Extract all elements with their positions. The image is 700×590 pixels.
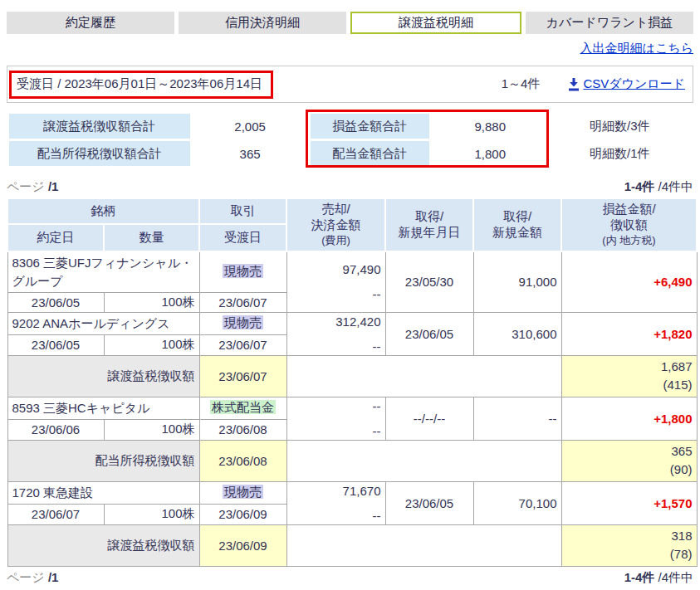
quantity: 100株 [104,292,199,312]
table-row-stock: 8306 三菱UFJフィナンシャル・グループ 現物売 97,490-- 23/0… [7,251,697,292]
csv-download-label: CSVダウンロード [583,76,685,92]
pl-amount: +1,800 [561,397,697,440]
tax-label: 譲渡益税徴収額 [7,524,199,566]
summary-amount-label: 配当金額合計 [311,141,429,166]
quantity: 100株 [104,334,199,355]
empty-cell [286,440,561,481]
tab-margin-settlement[interactable]: 信用決済明細 [179,12,346,34]
trade-type: 株式配当金 [199,397,286,419]
settle-date: 23/06/08 [199,419,286,440]
exec-date: 23/06/05 [7,292,104,312]
settle-date: 23/06/09 [199,504,286,524]
settle-date: 23/06/07 [199,334,286,355]
header-row-1: 銘柄 取引 売却/ 決済金額 (費用) 取得/ 新規年月日 取得/ 新規金額 損… [7,198,697,224]
acquisition-amount: 70,100 [473,481,561,524]
filter-bar: 受渡日 / 2023年06月01日～2023年06月14日 1～4件 CSVダウ… [7,66,693,103]
col-header-stock: 銘柄 [7,198,199,224]
stock-name: 9202 ANAホールディングス [7,312,199,334]
summary-tax-label: 配当所得税徴収額合計 [9,141,190,166]
tax-settle-date: 23/06/08 [199,440,286,481]
acquisition-date: 23/06/05 [385,481,473,524]
table-row-tax: 配当所得税徴収額 23/06/08 365(90) [7,440,697,481]
stock-name: 1720 東急建設 [7,481,199,504]
quantity: 100株 [104,504,199,524]
acquisition-date: --/--/-- [385,397,473,440]
details-table: 銘柄 取引 売却/ 決済金額 (費用) 取得/ 新規年月日 取得/ 新規金額 損… [7,197,698,567]
acquisition-date: 23/06/05 [385,312,473,355]
summary-table: 譲渡益税徴収額合計 2,005 損益金額合計 9,880 明細数/3件 配当所得… [7,111,691,168]
sell-amount-cell: 71,670-- [286,481,385,524]
page-indicator: ページ /1 [7,179,58,195]
tax-label: 譲渡益税徴収額 [7,355,199,397]
acquisition-amount: 91,000 [473,251,561,312]
exec-date: 23/06/06 [7,419,104,440]
tab-bar: 約定履歴 信用決済明細 譲渡益税明細 カバードワラント損益 [7,12,693,34]
col-header-sell-amount: 売却/ 決済金額 (費用) [286,198,385,251]
table-row-tax: 譲渡益税徴収額 23/06/07 1,687(415) [7,355,697,397]
deposit-link-row: 入出金明細はこちら [7,41,693,56]
sell-amount-cell: 97,490-- [286,251,385,312]
tax-amount-cell: 365(90) [561,440,697,481]
summary-amount-value: 9,880 [432,114,549,139]
settlement-date-range: 受渡日 / 2023年06月01日～2023年06月14日 [9,71,273,99]
sell-amount-cell: ---- [286,397,385,440]
tax-amount-cell: 318(78) [561,524,697,566]
acquisition-amount: -- [473,397,561,440]
stock-name: 8306 三菱UFJフィナンシャル・グループ [7,251,199,292]
page: 約定履歴 信用決済明細 譲渡益税明細 カバードワラント損益 入出金明細はこちら … [0,12,700,586]
tab-capital-gains-tax[interactable]: 譲渡益税明細 [350,12,521,34]
table-row-tax: 譲渡益税徴収額 23/06/09 318(78) [7,524,697,566]
range-indicator: 1-4件 /4件中 [624,179,693,195]
summary-amount-label: 損益金額合計 [311,114,429,139]
table-row-stock: 1720 東急建設 現物売 71,670-- 23/06/05 70,100 +… [7,481,697,504]
pagination-top: ページ /1 1-4件 /4件中 [7,179,693,195]
tax-settle-date: 23/06/07 [199,355,286,397]
table-row-stock: 8593 三菱HCキャピタル 株式配当金 ---- --/--/-- -- +1… [7,397,697,419]
summary-row-dividend: 配当所得税徴収額合計 365 配当金額合計 1,800 明細数/1件 [9,141,688,166]
trade-type: 現物売 [199,251,286,292]
summary-tax-label: 譲渡益税徴収額合計 [9,114,190,139]
tab-execution-history[interactable]: 約定履歴 [7,12,174,34]
tax-amount-cell: 1,687(415) [561,355,697,397]
summary-detail-count: 明細数/3件 [551,114,688,139]
col-header-qty: 数量 [104,224,199,251]
summary-tax-value: 2,005 [193,114,308,139]
pl-amount: +6,490 [561,251,697,312]
summary-row-gains: 譲渡益税徴収額合計 2,005 損益金額合計 9,880 明細数/3件 [9,114,688,139]
pl-amount: +1,570 [561,481,697,524]
empty-cell [286,524,561,566]
tab-covered-warrant[interactable]: カバードワラント損益 [526,12,693,34]
filter-bar-right: 1～4件 CSVダウンロード [502,76,685,92]
settle-date: 23/06/07 [199,292,286,312]
summary-amount-value: 1,800 [432,141,549,166]
summary-tax-value: 365 [193,141,308,166]
tax-label: 配当所得税徴収額 [7,440,199,481]
summary-detail-count: 明細数/1件 [551,141,688,166]
table-row-stock: 9202 ANAホールディングス 現物売 312,420-- 23/06/05 … [7,312,697,334]
quantity: 100株 [104,419,199,440]
col-header-settle-date: 受渡日 [199,224,286,251]
deposit-withdrawal-link[interactable]: 入出金明細はこちら [580,41,693,55]
col-header-acquisition-date: 取得/ 新規年月日 [385,198,473,251]
csv-download-link[interactable]: CSVダウンロード [568,76,685,92]
pagination-bottom: ページ /1 1-4件 /4件中 [7,570,693,586]
col-header-trade: 取引 [199,198,286,224]
page-indicator: ページ /1 [7,570,58,586]
result-count: 1～4件 [502,76,541,92]
range-indicator: 1-4件 /4件中 [624,570,693,586]
col-header-exec-date: 約定日 [7,224,104,251]
tax-settle-date: 23/06/09 [199,524,286,566]
summary-section: 譲渡益税徴収額合計 2,005 損益金額合計 9,880 明細数/3件 配当所得… [7,111,691,168]
exec-date: 23/06/07 [7,504,104,524]
download-icon [568,78,580,91]
pl-amount: +1,820 [561,312,697,355]
stock-name: 8593 三菱HCキャピタル [7,397,199,419]
acquisition-amount: 310,600 [473,312,561,355]
sell-amount-cell: 312,420-- [286,312,385,355]
col-header-acquisition-amount: 取得/ 新規金額 [473,198,561,251]
acquisition-date: 23/05/30 [385,251,473,312]
trade-type: 現物売 [199,481,286,504]
trade-type: 現物売 [199,312,286,334]
col-header-pl-amount: 損益金額/ 徴収額 (内 地方税) [561,198,697,251]
empty-cell [286,355,561,397]
